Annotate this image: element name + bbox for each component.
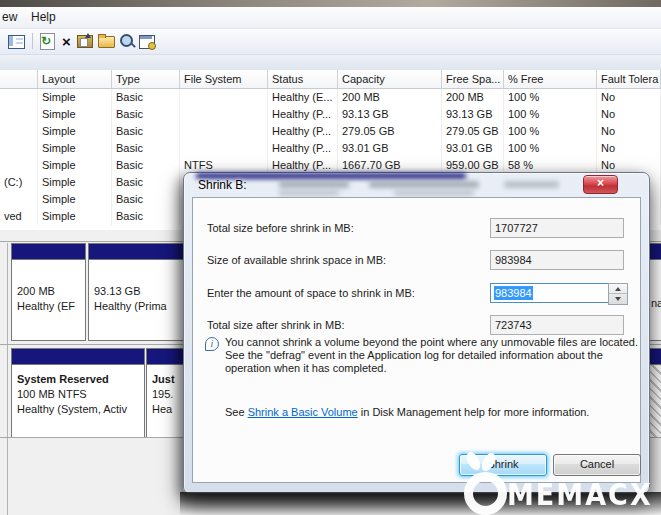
cell-filesystem bbox=[180, 123, 268, 140]
cell-freespace: 200 MB bbox=[442, 89, 504, 106]
glass-blur-smudge bbox=[279, 190, 339, 196]
cell-status: Healthy (P... bbox=[268, 140, 338, 157]
field-label-available: Size of available shrink space in MB: bbox=[207, 254, 386, 266]
warning-text-line3: operation when it has completed. bbox=[225, 362, 386, 374]
partition-size: 200 MB bbox=[17, 284, 83, 299]
cell-status: Healthy (P... bbox=[268, 106, 338, 123]
column-header-layout[interactable]: Layout bbox=[38, 70, 112, 88]
disk-management-icon bbox=[139, 35, 155, 49]
cell-layout: Simple bbox=[38, 174, 112, 191]
cell-filesystem bbox=[180, 106, 268, 123]
disk-management-button[interactable] bbox=[138, 32, 157, 51]
disk-management-window: ew Help × Layout Type File System Status… bbox=[0, 0, 661, 515]
cell-freespace: 93.13 GB bbox=[442, 106, 504, 123]
free-space-hatch-pattern bbox=[649, 365, 661, 437]
warning-text-line2: See the "defrag" event in the Applicatio… bbox=[225, 349, 603, 361]
selected-text: 983984 bbox=[494, 286, 533, 300]
spinner-down-button[interactable] bbox=[609, 294, 627, 303]
cell-capacity: 279.05 GB bbox=[338, 123, 442, 140]
delete-x-icon: × bbox=[62, 33, 71, 50]
field-value-available: 983984 bbox=[490, 250, 624, 270]
field-label-after: Total size after shrink in MB: bbox=[207, 319, 345, 331]
help-prefix: See bbox=[225, 406, 248, 418]
partition-efi[interactable]: 200 MB Healthy (EF bbox=[11, 243, 86, 341]
cell-type: Basic bbox=[112, 208, 180, 225]
table-row[interactable]: Simple Basic Healthy (P... 93.01 GB 93.0… bbox=[0, 140, 661, 157]
menu-help[interactable]: Help bbox=[31, 7, 56, 28]
partition-size: 100 MB NTFS bbox=[17, 387, 142, 402]
cell-volume bbox=[0, 89, 38, 106]
magnifier-icon bbox=[120, 34, 133, 47]
cell-faulttolerance: No bbox=[597, 123, 661, 140]
cell-faulttolerance: No bbox=[597, 106, 661, 123]
pane-header-strip bbox=[0, 55, 661, 71]
column-header-type[interactable]: Type bbox=[112, 70, 180, 88]
column-header-percentfree[interactable]: % Free bbox=[504, 70, 597, 88]
close-x-icon: × bbox=[597, 176, 604, 190]
cell-layout: Simple bbox=[38, 208, 112, 225]
cell-faulttolerance: No bbox=[597, 140, 661, 157]
cell-type: Basic bbox=[112, 191, 180, 208]
column-header-volume[interactable] bbox=[0, 70, 38, 88]
glass-blur-smudge bbox=[279, 181, 349, 188]
properties-button[interactable] bbox=[76, 32, 95, 51]
partition-color-band bbox=[649, 349, 661, 365]
cell-percentfree: 100 % bbox=[504, 140, 597, 157]
cell-layout: Simple bbox=[38, 157, 112, 174]
column-header-freespace[interactable]: Free Spa... bbox=[442, 70, 504, 88]
shrink-basic-volume-link[interactable]: Shrink a Basic Volume bbox=[248, 406, 358, 418]
table-row[interactable]: Simple Basic Healthy (P... 93.13 GB 93.1… bbox=[0, 106, 661, 123]
cancel-button[interactable]: Cancel bbox=[553, 454, 641, 476]
partition-status: Healthy (EF bbox=[17, 299, 83, 314]
partition-color-band bbox=[12, 244, 85, 260]
column-header-faulttolerance[interactable]: Fault Tolera bbox=[597, 70, 661, 88]
partition-system-reserved[interactable]: System Reserved 100 MB NTFS Healthy (Sys… bbox=[11, 348, 145, 438]
cell-capacity: 93.13 GB bbox=[338, 106, 442, 123]
column-header-filesystem[interactable]: File System bbox=[180, 70, 268, 88]
column-header-status[interactable]: Status bbox=[268, 70, 338, 88]
partition-status: Healthy (System, Activ bbox=[17, 402, 142, 417]
toolbar-separator bbox=[32, 33, 33, 49]
shrink-amount-input[interactable]: 983984 bbox=[490, 283, 611, 303]
cell-layout: Simple bbox=[38, 123, 112, 140]
help-suffix: in Disk Management help for more informa… bbox=[358, 406, 590, 418]
open-button[interactable] bbox=[97, 32, 116, 51]
dialog-title: Shrink B: bbox=[198, 178, 247, 192]
menu-view-partial[interactable]: ew bbox=[2, 7, 17, 28]
open-folder-icon bbox=[98, 36, 115, 48]
spinner-control bbox=[608, 283, 628, 305]
cell-faulttolerance: No bbox=[597, 89, 661, 106]
cell-type: Basic bbox=[112, 157, 180, 174]
glass-blur-smudge bbox=[394, 190, 474, 196]
column-header-capacity[interactable]: Capacity bbox=[338, 70, 442, 88]
table-row[interactable]: Simple Basic Healthy (P... 279.05 GB 279… bbox=[0, 123, 661, 140]
show-console-tree-button[interactable] bbox=[7, 32, 26, 51]
table-row[interactable]: Simple Basic Healthy (E... 200 MB 200 MB… bbox=[0, 89, 661, 106]
cell-volume: (C:) bbox=[0, 174, 38, 191]
cell-layout: Simple bbox=[38, 191, 112, 208]
arrow-down-icon bbox=[615, 297, 621, 301]
properties-icon bbox=[77, 35, 93, 48]
console-window-icon bbox=[8, 35, 25, 49]
cell-filesystem bbox=[180, 140, 268, 157]
cell-capacity: 93.01 GB bbox=[338, 140, 442, 157]
cell-capacity: 200 MB bbox=[338, 89, 442, 106]
partition-name: System Reserved bbox=[17, 372, 142, 387]
cell-type: Basic bbox=[112, 174, 180, 191]
delete-button[interactable]: × bbox=[57, 32, 76, 51]
explore-button[interactable] bbox=[118, 32, 137, 51]
spinner-up-button[interactable] bbox=[609, 284, 627, 294]
cell-percentfree: 100 % bbox=[504, 106, 597, 123]
refresh-button[interactable] bbox=[38, 32, 57, 51]
cell-type: Basic bbox=[112, 89, 180, 106]
shrink-dialog: Shrink B: × Total size before shrink in … bbox=[183, 172, 650, 494]
cell-volume bbox=[0, 191, 38, 208]
partition-text-fragment: na bbox=[649, 292, 661, 311]
arrow-up-icon bbox=[615, 287, 621, 291]
close-button[interactable]: × bbox=[583, 175, 618, 194]
glass-blur-smudge bbox=[504, 181, 559, 188]
disk-label-divider bbox=[7, 243, 8, 515]
watermark-apple-logo bbox=[464, 472, 507, 515]
cell-volume bbox=[0, 140, 38, 157]
window-titlebar-strip bbox=[0, 0, 661, 7]
